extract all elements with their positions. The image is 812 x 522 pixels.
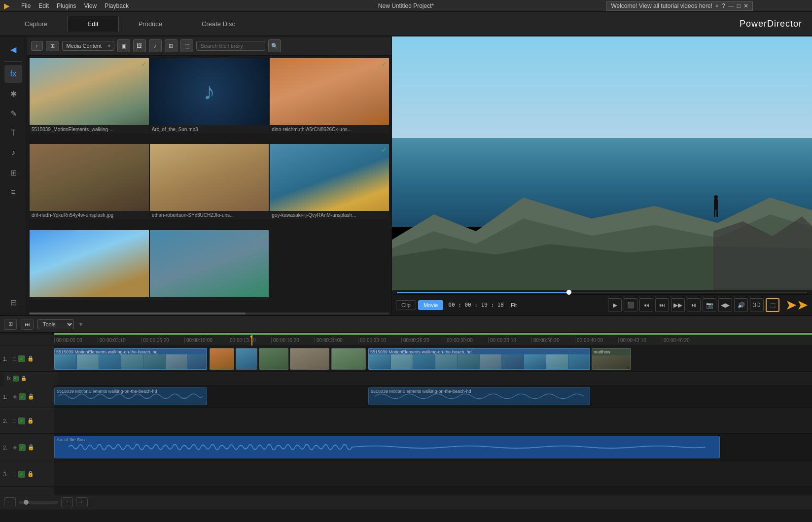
zoom-out-button[interactable]: − <box>4 497 16 507</box>
sidebar-icon-bottom[interactable]: ⊟ <box>4 293 22 311</box>
ruler-mark: 00:00:43:10 <box>618 338 662 343</box>
sidebar-icon-audio[interactable]: ♪ <box>4 144 22 162</box>
video-clip[interactable]: 5515039 MotionElements walking-on-the-be… <box>54 348 207 370</box>
list-item[interactable]: ✓ guy-kawasaki-iij-QvyRAnM-unsplash... <box>269 143 389 229</box>
undock-button[interactable]: ⬚ <box>766 298 779 312</box>
track-check[interactable]: ✓ <box>18 355 25 362</box>
sidebar-icon-fx[interactable]: ✱ <box>4 85 22 103</box>
list-item[interactable]: ✓ <box>149 230 270 310</box>
prev-frame-button[interactable]: ⏮ <box>639 298 653 312</box>
list-item[interactable]: ethan-robertson-SYx3UCHZJIo-uns... <box>149 143 270 229</box>
menu-file[interactable]: File <box>21 2 31 9</box>
screenshot-button[interactable]: 📷 <box>703 298 716 312</box>
audio-clip[interactable]: 5515039 MotionElements walking-on-the-be… <box>54 387 207 405</box>
next-frame-button[interactable]: ⏭ <box>655 298 669 312</box>
fast-forward-button[interactable]: ▶▶ <box>671 298 685 312</box>
3d-button[interactable]: 3D <box>750 298 764 312</box>
list-item[interactable]: drif-riadh-YpkuRn54y4w-unsplash.jpg <box>29 143 149 229</box>
zoom-slider-handle[interactable] <box>24 500 29 505</box>
content-type-dropdown[interactable]: Media Content <box>62 41 114 51</box>
video-clip[interactable] <box>331 348 366 370</box>
media-label: drif-riadh-YpkuRn54y4w-unsplash.jpg <box>30 211 149 219</box>
music-view-button[interactable]: ♪ <box>149 39 162 52</box>
track-check[interactable]: ✓ <box>19 444 26 451</box>
menu-view[interactable]: View <box>84 2 97 9</box>
image-view-button[interactable]: 🖼 <box>133 39 146 52</box>
video-clip[interactable]: matthew <box>592 348 631 370</box>
audio-clip[interactable]: 5515039 MotionElements walking-on-the-be… <box>368 387 590 405</box>
video-clip[interactable]: 5515039 MotionElements walking-on-the-be… <box>368 348 590 370</box>
help-icon[interactable]: ? <box>722 2 725 9</box>
sidebar-icon-caption[interactable]: ≡ <box>4 183 22 201</box>
close-icon[interactable]: ✕ <box>743 2 748 9</box>
list-item[interactable]: ♪ Arc_of_the_Sun.mp3 <box>149 58 270 143</box>
zoom-button[interactable]: ⬚ <box>180 39 193 52</box>
pause-button[interactable]: ⏯ <box>687 298 701 312</box>
track-content-audio-2: Arc of the Sun <box>54 434 812 461</box>
zoom-in-button[interactable]: + <box>61 497 73 507</box>
menu-plugins[interactable]: Plugins <box>57 2 76 9</box>
preview-controls: Clip Movie 00 : 00 : 19 : 18 Fit ▶ ⬛ ⏮ ⏭… <box>392 294 812 315</box>
menu-edit[interactable]: Edit <box>38 2 49 9</box>
tab-create-disc[interactable]: Create Disc <box>182 16 255 32</box>
track-check[interactable]: ✓ <box>18 418 25 424</box>
timeline-add-button[interactable]: ⊞ <box>4 319 17 330</box>
timeline-section: ⊞ ⏭ Tools ▼ 00:00:00:00 00:00:03:10 00:0… <box>0 315 812 510</box>
scrubber-handle[interactable] <box>566 290 571 295</box>
tab-capture[interactable]: Capture <box>5 16 67 32</box>
time-display: 00 : 00 : 19 : 18 <box>448 302 504 308</box>
project-title: New Untitled Project* <box>378 2 434 9</box>
search-input[interactable] <box>196 41 265 51</box>
welcome-close[interactable]: × <box>715 2 719 9</box>
fx-check[interactable]: ✓ <box>13 376 19 382</box>
list-item[interactable]: ✓ dino-reichmuth-A5rCN8626Ck-uns... <box>269 58 389 143</box>
track-lock-icon[interactable]: 🔒 <box>27 471 34 477</box>
audio-clip-arc[interactable]: Arc of the Sun <box>54 436 720 458</box>
ruler-mark: 00:00:16:20 <box>271 338 315 343</box>
sidebar-icon-transition[interactable]: ⊞ <box>4 164 22 181</box>
music-icon: ♪ <box>203 78 215 105</box>
tab-edit[interactable]: Edit <box>67 16 118 32</box>
sidebar-icon-collapse[interactable]: ◀ <box>4 40 22 58</box>
sidebar-icon-title[interactable]: T <box>4 124 22 142</box>
list-item[interactable] <box>29 230 149 310</box>
track-lock-icon[interactable]: 🔒 <box>27 418 34 424</box>
list-view-button[interactable]: ⊞ <box>165 39 177 52</box>
volume-button[interactable]: 🔊 <box>734 298 748 312</box>
sidebar-icon-media[interactable]: fx <box>4 65 22 83</box>
track-lock-icon[interactable]: 🔒 <box>27 355 34 362</box>
video-clip[interactable] <box>236 348 257 370</box>
import-button[interactable]: ↑ <box>31 41 43 51</box>
maximize-icon[interactable]: □ <box>737 2 741 9</box>
movie-button[interactable]: Movie <box>418 300 443 310</box>
search-button[interactable]: 🔍 <box>268 39 281 52</box>
track-video-icon: □ <box>13 418 16 424</box>
video-clip[interactable] <box>290 348 329 370</box>
minimize-icon[interactable]: — <box>728 2 734 9</box>
tab-produce[interactable]: Produce <box>119 16 182 32</box>
menu-playback[interactable]: Playback <box>105 2 129 9</box>
track-number: 1. <box>3 356 11 362</box>
playhead[interactable] <box>251 335 252 346</box>
grid-view-button[interactable]: ▣ <box>117 39 130 52</box>
sidebar-icon-paint[interactable]: ✎ <box>4 104 22 122</box>
preview-scrubber[interactable] <box>392 290 812 294</box>
clip-button[interactable]: Clip <box>396 300 416 310</box>
track-lock-icon[interactable]: 🔒 <box>28 393 35 400</box>
puzzle-button[interactable]: ⊞ <box>46 41 59 51</box>
video-clip[interactable] <box>259 348 288 370</box>
track-check[interactable]: ✓ <box>18 471 25 478</box>
track-lock-icon[interactable]: 🔒 <box>28 444 35 451</box>
play-button[interactable]: ▶ <box>608 298 622 312</box>
track-row-video-1: 1. □ ✓ 🔒 5515039 MotionElements walking-… <box>0 346 812 372</box>
video-clip[interactable] <box>210 348 234 370</box>
stop-button[interactable]: ⬛ <box>624 298 637 312</box>
list-item[interactable]: ✓ 5515039_MotionElements_walking-... <box>29 58 149 143</box>
in-out-button[interactable]: ◀▶ <box>718 298 732 312</box>
fx-lock-icon[interactable]: 🔒 <box>21 376 27 381</box>
timeline-skip-button[interactable]: ⏭ <box>21 319 34 330</box>
tools-dropdown[interactable]: Tools <box>37 319 74 329</box>
add-track-button[interactable]: + <box>76 497 88 507</box>
main-layout: ◀ fx ✱ ✎ T ♪ ⊞ ≡ ⊟ ↑ ⊞ Media Content ▣ 🖼… <box>0 36 812 315</box>
track-check[interactable]: ✓ <box>19 393 26 400</box>
